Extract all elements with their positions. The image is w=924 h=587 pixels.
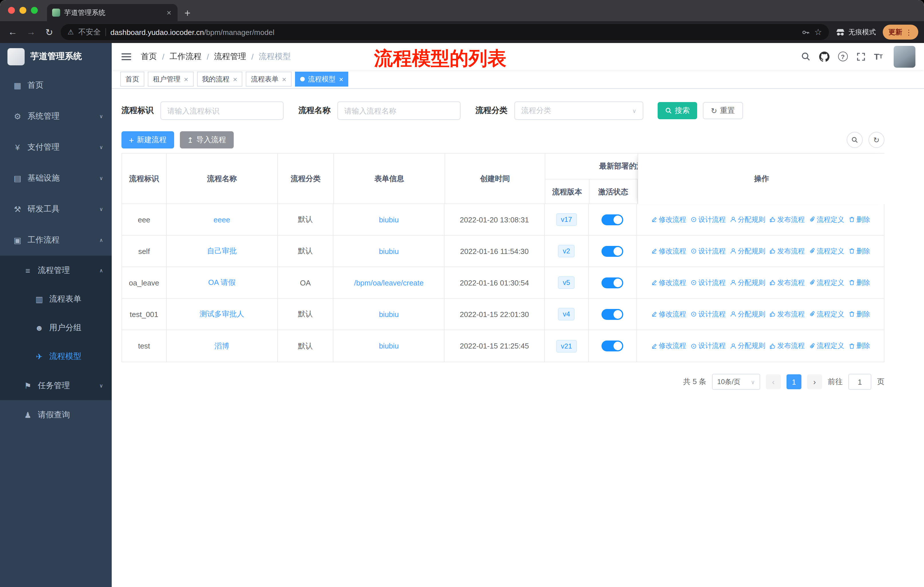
breadcrumb-home[interactable]: 首页: [141, 51, 157, 62]
action-delete[interactable]: 删除: [848, 341, 870, 351]
cell-form-link[interactable]: biubiu: [379, 310, 399, 318]
action-design[interactable]: 设计流程: [690, 341, 726, 351]
action-publish[interactable]: 发布流程: [769, 341, 805, 351]
hamburger-icon[interactable]: [120, 51, 132, 62]
tag-我的流程[interactable]: 我的流程 ×: [197, 72, 242, 86]
sidebar-item-system[interactable]: ⚙ 系统管理 ∨: [0, 101, 112, 132]
tag-close-icon[interactable]: ×: [233, 75, 237, 83]
action-definition[interactable]: 流程定义: [809, 215, 844, 225]
cell-form-link[interactable]: biubiu: [379, 247, 399, 255]
action-publish[interactable]: 发布流程: [769, 309, 805, 319]
action-modify[interactable]: 修改流程: [651, 246, 686, 256]
back-button[interactable]: ←: [6, 27, 20, 37]
tag-close-icon[interactable]: ×: [184, 75, 188, 83]
action-modify[interactable]: 修改流程: [651, 309, 686, 319]
github-icon[interactable]: [819, 51, 829, 62]
tag-close-icon[interactable]: ×: [282, 75, 286, 83]
action-modify[interactable]: 修改流程: [651, 215, 686, 225]
action-delete[interactable]: 删除: [848, 246, 870, 256]
sidebar-item-process-form[interactable]: ▥ 流程表单: [0, 285, 112, 314]
font-size-icon[interactable]: TT: [874, 51, 883, 61]
action-design[interactable]: 设计流程: [690, 309, 726, 319]
zoom-window-button[interactable]: [31, 7, 38, 14]
action-publish[interactable]: 发布流程: [769, 246, 805, 256]
sidebar-item-user-group[interactable]: ☻ 用户分组: [0, 314, 112, 342]
page-size-select[interactable]: 10条/页 ∨: [712, 374, 760, 390]
search-icon[interactable]: [800, 51, 810, 61]
cell-form-link[interactable]: biubiu: [379, 342, 399, 350]
sidebar-item-payment[interactable]: ¥ 支付管理 ∨: [0, 132, 112, 163]
forward-button[interactable]: →: [24, 27, 38, 37]
cell-name-link[interactable]: OA 请假: [208, 278, 236, 288]
action-definition[interactable]: 流程定义: [809, 341, 844, 351]
action-assign-rule[interactable]: 分配规则: [730, 309, 765, 319]
bookmark-star-icon[interactable]: ☆: [814, 27, 822, 37]
action-design[interactable]: 设计流程: [690, 215, 726, 225]
minimize-window-button[interactable]: [20, 7, 26, 14]
action-definition[interactable]: 流程定义: [809, 278, 844, 288]
sidebar-item-home[interactable]: ▦ 首页: [0, 70, 112, 101]
sidebar-item-leave-query[interactable]: ♟ 请假查询: [0, 400, 112, 429]
sidebar-item-task-manage[interactable]: ⚑ 任务管理 ∨: [0, 371, 112, 400]
action-definition[interactable]: 流程定义: [809, 246, 844, 256]
action-design[interactable]: 设计流程: [690, 246, 726, 256]
cell-form-link[interactable]: /bpm/oa/leave/create: [354, 278, 424, 287]
new-tab-button[interactable]: +: [185, 8, 190, 18]
prev-page-button[interactable]: ‹: [766, 374, 781, 389]
action-assign-rule[interactable]: 分配规则: [730, 246, 765, 256]
fullscreen-icon[interactable]: [856, 52, 865, 61]
action-modify[interactable]: 修改流程: [651, 341, 686, 351]
cell-name-link[interactable]: 自己审批: [207, 246, 237, 256]
active-toggle[interactable]: [602, 341, 623, 351]
active-toggle[interactable]: [602, 246, 623, 256]
action-publish[interactable]: 发布流程: [769, 278, 805, 288]
active-toggle[interactable]: [602, 309, 623, 319]
tag-租户管理[interactable]: 租户管理 ×: [148, 72, 193, 86]
cell-form-link[interactable]: biubiu: [379, 215, 399, 224]
sidebar-item-workflow[interactable]: ▣ 工作流程 ∧: [0, 225, 112, 256]
update-button[interactable]: 更新 ⋮: [883, 25, 918, 40]
action-assign-rule[interactable]: 分配规则: [730, 215, 765, 225]
process-key-input[interactable]: [160, 101, 284, 120]
process-name-input[interactable]: [337, 101, 460, 120]
sidebar-item-process-model[interactable]: ✈ 流程模型: [0, 342, 112, 371]
security-warning-icon[interactable]: ⚠: [68, 28, 74, 36]
action-definition[interactable]: 流程定义: [809, 309, 844, 319]
breadcrumb-process-manage[interactable]: 流程管理: [214, 51, 246, 62]
tag-首页[interactable]: 首页: [120, 72, 144, 86]
active-toggle[interactable]: [602, 277, 623, 288]
sidebar-item-infrastructure[interactable]: ▤ 基础设施 ∨: [0, 163, 112, 194]
close-window-button[interactable]: [8, 7, 15, 14]
action-assign-rule[interactable]: 分配规则: [730, 341, 765, 351]
page-number-1[interactable]: 1: [787, 374, 802, 389]
action-publish[interactable]: 发布流程: [769, 215, 805, 225]
action-delete[interactable]: 删除: [848, 215, 870, 225]
user-avatar[interactable]: [894, 46, 916, 67]
password-key-icon[interactable]: [801, 28, 810, 36]
toggle-search-button[interactable]: [846, 132, 863, 148]
active-toggle[interactable]: [602, 214, 623, 225]
tag-close-icon[interactable]: ×: [339, 75, 343, 83]
sidebar-item-dev-tools[interactable]: ⚒ 研发工具 ∨: [0, 194, 112, 225]
reload-button[interactable]: ↻: [42, 26, 56, 38]
refresh-button[interactable]: ↻: [868, 132, 884, 148]
breadcrumb-workflow[interactable]: 工作流程: [170, 51, 201, 62]
close-tab-icon[interactable]: ×: [165, 8, 172, 17]
category-select[interactable]: 流程分类 ∨: [515, 101, 643, 120]
cell-name-link[interactable]: eeee: [214, 215, 230, 224]
create-process-button[interactable]: + 新建流程: [121, 131, 174, 149]
app-logo[interactable]: 芋道管理系统: [0, 43, 112, 70]
action-delete[interactable]: 删除: [848, 278, 870, 288]
tag-流程表单[interactable]: 流程表单 ×: [246, 72, 291, 86]
search-button[interactable]: 搜索: [658, 102, 697, 119]
url-bar[interactable]: ⚠ 不安全 dashboard.yudao.iocoder.cn/bpm/man…: [61, 24, 829, 40]
action-design[interactable]: 设计流程: [690, 278, 726, 288]
sidebar-item-process-manage[interactable]: ≡ 流程管理 ∧: [0, 256, 112, 285]
browser-tab[interactable]: 芋道管理系统 ×: [47, 4, 178, 21]
cell-name-link[interactable]: 测试多审批人: [200, 309, 244, 319]
reset-button[interactable]: ↻ 重置: [703, 102, 743, 119]
action-assign-rule[interactable]: 分配规则: [730, 278, 765, 288]
action-delete[interactable]: 删除: [848, 309, 870, 319]
next-page-button[interactable]: ›: [807, 374, 822, 389]
goto-page-input[interactable]: [848, 374, 871, 390]
